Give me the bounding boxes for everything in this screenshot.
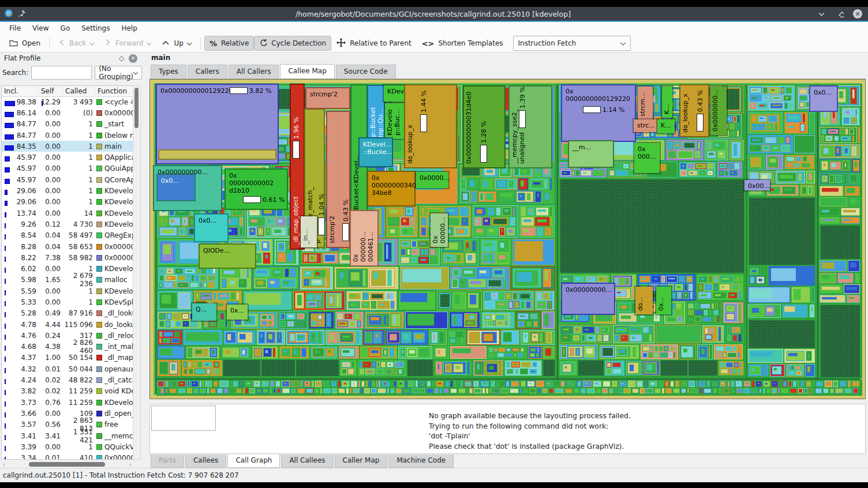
tab-all-callers[interactable]: All Callers: [229, 65, 279, 78]
tab-callee-map[interactable]: Callee Map: [280, 64, 334, 78]
float-dock-icon[interactable]: ◇: [119, 54, 124, 62]
table-row[interactable]: 86.140.00(0)0x0000000: [2, 107, 133, 118]
table-row[interactable]: 4.371.0050 154_dl_map_o: [2, 352, 133, 363]
table-row[interactable]: 29.060.001KDevelop::: [2, 197, 133, 208]
back-icon: [58, 39, 65, 48]
graph-error-line: Trying to run the following command did …: [429, 422, 631, 432]
table-row[interactable]: 84.770.001_start: [2, 119, 133, 130]
table-row[interactable]: 9.260.124 730KDevelop::: [2, 219, 133, 230]
table-row[interactable]: 4.240.0248 822_dl_catch_: [2, 374, 133, 385]
table-row[interactable]: 45.970.001QCoreAppl: [2, 174, 133, 185]
forward-button[interactable]: Forward: [99, 36, 156, 51]
scrollbar-thumb[interactable]: [134, 88, 139, 128]
col-header-self[interactable]: Self: [39, 87, 63, 95]
table-row[interactable]: 8.280.0458 6530x0000000: [2, 241, 133, 252]
tab-all-callees[interactable]: All Callees: [281, 455, 333, 468]
cell-called: 1: [63, 120, 95, 128]
close-dock-icon[interactable]: ✕: [129, 54, 137, 63]
tab-machine-code[interactable]: Machine Code: [388, 455, 454, 468]
table-row[interactable]: 8.227.3858 9820x0000000: [2, 252, 133, 263]
table-row[interactable]: 5.981.652 679 236malloc: [2, 275, 133, 286]
tab-callers[interactable]: Callers: [188, 65, 227, 78]
bottom-tabs: PartsCalleesCall GraphAll CalleesCaller …: [151, 455, 455, 468]
callee-map: [149, 79, 866, 399]
table-row[interactable]: 3.340.014100x0000000: [2, 453, 133, 460]
function-title: main: [149, 52, 866, 65]
tab-call-graph[interactable]: Call Graph: [227, 455, 280, 468]
menu-item-file[interactable]: File: [3, 24, 27, 32]
grouping-select[interactable]: (No Grouping): [95, 66, 142, 80]
up-button[interactable]: Up: [156, 36, 196, 51]
table-row[interactable]: 3.820.0211 259void KDeve: [2, 386, 133, 397]
table-row[interactable]: 3.730.7611 259KDevelop::: [2, 397, 133, 408]
search-input[interactable]: [31, 66, 92, 80]
menu-item-view[interactable]: View: [27, 24, 54, 32]
scroll-left-icon[interactable]: ‹: [1, 461, 7, 468]
incl-bar: [5, 156, 10, 162]
table-row[interactable]: 4.320.0150 044openaux: [2, 363, 133, 374]
shorten-templates-toggle[interactable]: <> Shorten Templates: [417, 36, 508, 51]
cell-incl: 13.74: [2, 209, 39, 217]
incl-bar: [5, 324, 6, 329]
table-row[interactable]: 5.280.4987 916_dl_lookup: [2, 308, 133, 319]
incl-bar: [5, 356, 6, 362]
minimize-icon[interactable]: [816, 9, 826, 19]
menu-item-help[interactable]: Help: [115, 24, 143, 32]
maximize-icon[interactable]: [835, 9, 845, 19]
cell-self: 0.00: [39, 410, 63, 418]
relative-to-parent-toggle[interactable]: Relative to Parent: [331, 36, 416, 51]
event-type-select[interactable]: Instruction Fetch: [513, 36, 631, 51]
menu-item-go[interactable]: Go: [55, 24, 76, 32]
col-header-function[interactable]: Function: [95, 87, 133, 95]
graph-overview-box[interactable]: [151, 406, 216, 431]
cell-incl: 8.22: [2, 254, 39, 262]
col-header-incl[interactable]: Incl.: [2, 87, 39, 95]
incl-bar: [5, 268, 6, 273]
cell-function: 0x0000000: [95, 454, 133, 459]
cell-incl: 84.77: [2, 132, 39, 140]
cell-incl: 3.73: [2, 399, 39, 407]
tab-source-code[interactable]: Source Code: [336, 65, 396, 78]
open-button[interactable]: Open: [4, 36, 46, 51]
function-color-icon: [96, 166, 102, 171]
col-header-called[interactable]: Called: [63, 87, 95, 95]
table-row[interactable]: 98.3812.293 493<cycle 42>: [2, 96, 133, 107]
table-row[interactable]: 3.390.001QQuickVie: [2, 441, 133, 452]
function-color-icon: [96, 377, 102, 383]
table-row[interactable]: 4.684.382 826 460_int_mallo: [2, 341, 133, 352]
table-row[interactable]: 5.330.001KDevSplas: [2, 296, 133, 307]
back-button[interactable]: Back: [53, 36, 99, 51]
scroll-right-icon[interactable]: ›: [128, 461, 133, 468]
table-row[interactable]: 84.770.001(below mai: [2, 130, 133, 141]
tab-types[interactable]: Types: [151, 65, 186, 78]
close-icon[interactable]: ✕: [853, 9, 862, 18]
cycle-detection-toggle[interactable]: Cycle Detection: [254, 36, 331, 51]
pin-icon[interactable]: [18, 9, 26, 19]
table-row[interactable]: 5.590.001KDevelop::: [2, 286, 133, 296]
callee-map-canvas[interactable]: [152, 81, 863, 397]
graph-error-line: 'dot -Tplain': [429, 431, 631, 442]
vertical-scrollbar[interactable]: [133, 85, 141, 460]
tab-callees[interactable]: Callees: [185, 455, 226, 468]
cell-function: 0x0000000: [95, 109, 133, 117]
tab-caller-map[interactable]: Caller Map: [335, 455, 388, 468]
relative-toggle[interactable]: % Relative: [204, 36, 254, 51]
chevron-down-icon: [133, 69, 138, 77]
cell-function: KDevelop::: [95, 220, 133, 228]
table-row[interactable]: 45.970.001QApplicatio: [2, 152, 133, 163]
cell-called: 11 259: [63, 387, 95, 395]
horizontal-scrollbar[interactable]: ‹ ›: [1, 461, 133, 468]
cell-self: 0.02: [39, 387, 63, 395]
table-row[interactable]: 8.540.0458 497QRegExp::(: [2, 230, 133, 241]
menu-item-settings[interactable]: Settings: [76, 24, 115, 32]
table-row[interactable]: 29.060.001KDevelop::: [2, 185, 133, 196]
table-row[interactable]: 45.970.001QGuiApplic: [2, 163, 133, 174]
table-row[interactable]: 13.740.0014KDevelop::: [2, 208, 133, 219]
table-row[interactable]: 4.784.44115 096do_lookup: [2, 319, 133, 330]
incl-bar: [5, 279, 6, 284]
chevron-down-icon: [187, 39, 192, 47]
table-row[interactable]: 3.413.411 351 421__memcpy: [2, 430, 133, 441]
scrollbar-thumb[interactable]: [29, 462, 105, 467]
titlebar[interactable]: /home/sergobot/Documents/GCI/screenshots…: [0, 7, 868, 21]
table-row[interactable]: 84.350.001main: [2, 141, 133, 152]
